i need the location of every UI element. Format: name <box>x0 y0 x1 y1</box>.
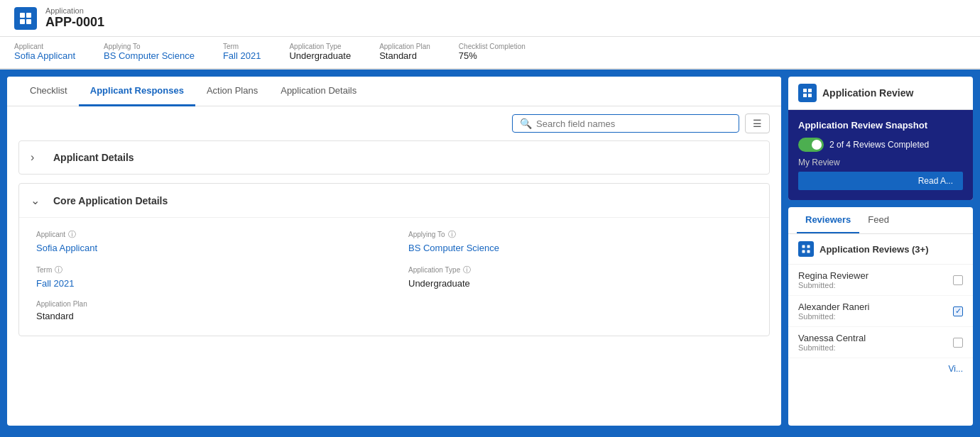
accordion-section-core-details: ⌄ Core Application Details Applicant ⓘ S… <box>18 183 770 336</box>
app-reviews-icon <box>798 241 814 257</box>
term-info-icon: ⓘ <box>55 265 62 275</box>
left-panel: Checklist Applicant Responses Action Pla… <box>7 77 781 426</box>
core-app-type-group: Application Type ⓘ Undergraduate <box>408 265 752 289</box>
tab-applicant-responses[interactable]: Applicant Responses <box>79 77 195 106</box>
my-review-label: My Review <box>798 157 963 167</box>
core-applicant-label: Applicant ⓘ <box>36 229 380 240</box>
view-all-link[interactable]: Vi... <box>788 358 973 380</box>
applicant-info-icon: ⓘ <box>68 229 76 240</box>
tab-reviewers[interactable]: Reviewers <box>797 207 859 233</box>
core-details-title: Core Application Details <box>53 195 168 206</box>
core-term-group: Term ⓘ Fall 2021 <box>36 265 380 289</box>
review-card-icon <box>798 84 817 102</box>
svg-rect-7 <box>808 94 812 97</box>
core-app-plan-group: Application Plan Standard <box>36 300 380 321</box>
applicant-field: Applicant Sofia Applicant <box>14 43 75 61</box>
applying-to-field: Applying To BS Computer Science <box>104 43 195 61</box>
reviewer-item-2: Vanessa Central Submitted: <box>788 327 973 358</box>
review-toggle[interactable] <box>798 138 824 152</box>
app-plan-value: Standard <box>379 50 430 61</box>
applying-to-label: Applying To <box>104 43 195 50</box>
review-card-title: Application Review <box>822 87 913 99</box>
term-value[interactable]: Fall 2021 <box>223 50 261 61</box>
svg-rect-11 <box>807 250 810 253</box>
search-input[interactable] <box>536 118 731 129</box>
main-layout: Checklist Applicant Responses Action Pla… <box>0 70 980 433</box>
tab-action-plans[interactable]: Action Plans <box>195 77 269 106</box>
applicant-value[interactable]: Sofia Applicant <box>14 50 75 61</box>
app-icon <box>14 7 37 30</box>
checklist-value: 75% <box>459 50 526 61</box>
core-applying-to-label: Applying To ⓘ <box>408 229 752 240</box>
app-reviews-header: Application Reviews (3+) <box>788 234 973 265</box>
reviewer-item-1: Alexander Raneri Submitted: ✓ <box>788 296 973 327</box>
core-app-type-label: Application Type ⓘ <box>408 265 752 275</box>
reviewer-name-0: Regina Reviewer <box>798 270 869 281</box>
reviewer-checkbox-1[interactable]: ✓ <box>953 306 963 316</box>
top-bar: Application APP-0001 <box>0 0 980 37</box>
reviewer-checkbox-0[interactable] <box>953 275 963 285</box>
core-applying-to-group: Applying To ⓘ BS Computer Science <box>408 229 752 253</box>
reviewer-item-0: Regina Reviewer Submitted: <box>788 265 973 296</box>
app-type-field: Application Type Undergraduate <box>289 43 351 61</box>
accordion-header-core-details[interactable]: ⌄ Core Application Details <box>19 184 769 217</box>
snapshot-title: Application Review Snapshot <box>798 120 963 131</box>
svg-rect-0 <box>20 13 25 18</box>
svg-rect-6 <box>803 94 807 97</box>
reviewers-tabs: Reviewers Feed <box>788 207 973 234</box>
core-applicant-group: Applicant ⓘ Sofia Applicant <box>36 229 380 253</box>
reviewer-name-1: Alexander Raneri <box>798 302 869 312</box>
snapshot-row: 2 of 4 Reviews Completed <box>798 138 963 152</box>
svg-rect-8 <box>802 245 805 248</box>
accordion-section-applicant-details: › Applicant Details <box>18 140 770 175</box>
tab-checklist[interactable]: Checklist <box>18 77 79 106</box>
term-label: Term <box>223 43 261 50</box>
reviewer-submitted-0: Submitted: <box>798 281 869 289</box>
core-fields: Applicant ⓘ Sofia Applicant Applying To … <box>19 217 769 336</box>
reviewer-submitted-2: Submitted: <box>798 343 866 352</box>
search-icon: 🔍 <box>520 118 532 129</box>
core-term-label: Term ⓘ <box>36 265 380 275</box>
svg-rect-9 <box>807 245 810 248</box>
app-label: Application <box>45 6 104 15</box>
accordion-content: › Applicant Details ⌄ Core Application D… <box>7 140 781 426</box>
tab-feed[interactable]: Feed <box>859 207 898 233</box>
reviewer-info-0: Regina Reviewer Submitted: <box>798 270 869 289</box>
accordion-header-applicant-details[interactable]: › Applicant Details <box>19 141 769 174</box>
review-card-header: Application Review <box>788 77 973 110</box>
core-applying-to-value[interactable]: BS Computer Science <box>408 243 499 253</box>
review-card: Application Review Application Review Sn… <box>788 77 973 200</box>
filter-button[interactable]: ☰ <box>745 114 770 133</box>
app-type-info-icon: ⓘ <box>463 265 471 275</box>
applying-to-info-icon: ⓘ <box>448 229 456 240</box>
applicant-label: Applicant <box>14 43 75 50</box>
applying-to-value[interactable]: BS Computer Science <box>104 50 195 61</box>
tab-application-details[interactable]: Application Details <box>269 77 368 106</box>
svg-rect-5 <box>808 89 812 92</box>
core-app-plan-label: Application Plan <box>36 300 380 308</box>
search-area: 🔍 ☰ <box>7 106 781 140</box>
term-field: Term Fall 2021 <box>223 43 261 61</box>
core-term-value[interactable]: Fall 2021 <box>36 278 74 289</box>
sub-header: Applicant Sofia Applicant Applying To BS… <box>0 37 980 70</box>
svg-rect-3 <box>26 19 31 24</box>
checklist-label: Checklist Completion <box>459 43 526 50</box>
app-plan-field: Application Plan Standard <box>379 43 430 61</box>
checklist-field: Checklist Completion 75% <box>459 43 526 61</box>
reviewers-panel: Reviewers Feed Application Reviews (3+) … <box>788 207 973 426</box>
core-app-type-value: Undergraduate <box>408 278 752 289</box>
app-type-label: Application Type <box>289 43 351 50</box>
svg-rect-1 <box>26 13 31 18</box>
review-count: 2 of 4 Reviews Completed <box>829 140 929 150</box>
core-applicant-value[interactable]: Sofia Applicant <box>36 243 97 253</box>
reviewer-info-1: Alexander Raneri Submitted: <box>798 302 869 321</box>
applicant-details-title: Applicant Details <box>53 152 134 163</box>
core-app-plan-value: Standard <box>36 311 380 321</box>
svg-rect-10 <box>802 250 805 253</box>
reviewer-name-2: Vanessa Central <box>798 333 866 343</box>
svg-rect-4 <box>803 89 807 92</box>
app-type-value: Undergraduate <box>289 50 351 61</box>
reviewer-checkbox-2[interactable] <box>953 338 963 348</box>
reviewer-submitted-1: Submitted: <box>798 312 869 321</box>
read-all-button[interactable]: Read A... <box>798 172 963 190</box>
